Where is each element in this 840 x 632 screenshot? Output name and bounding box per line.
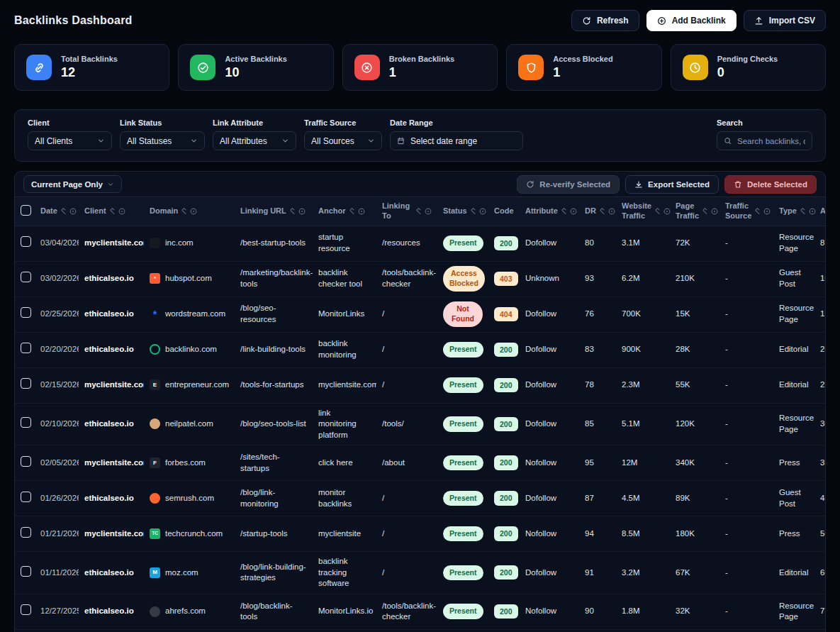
column-header-a[interactable]: A xyxy=(814,197,826,226)
column-header-linking-url[interactable]: Linking URL xyxy=(235,197,313,226)
client-select[interactable]: All Clients xyxy=(28,131,112,150)
row-checkbox[interactable] xyxy=(21,527,31,538)
cell-traffic-source: - xyxy=(719,226,773,261)
column-filter-icon[interactable] xyxy=(479,208,486,215)
cell-date: 02/05/2026 xyxy=(35,445,79,481)
sort-icon[interactable] xyxy=(109,207,116,215)
sort-icon[interactable] xyxy=(702,207,708,215)
cell-code: 200 xyxy=(488,629,520,632)
cell-anchor: startup resource xyxy=(313,226,376,261)
cell-status: Present xyxy=(437,445,488,481)
row-checkbox[interactable] xyxy=(21,566,31,577)
sort-icon[interactable] xyxy=(800,207,806,215)
link-status-select[interactable]: All Statuses xyxy=(120,131,205,150)
column-header-website-traffic[interactable]: Website Traffic xyxy=(616,197,670,226)
code-badge: 200 xyxy=(494,343,518,357)
column-header-linking-to[interactable]: Linking To xyxy=(376,197,437,226)
cell-linking-to: / xyxy=(376,367,437,403)
row-checkbox[interactable] xyxy=(21,307,31,318)
cell-type: Resource Page xyxy=(773,226,814,261)
sort-icon[interactable] xyxy=(349,207,355,215)
cell-age: 30 xyxy=(814,403,826,445)
column-filter-icon[interactable] xyxy=(298,208,306,215)
delete-selected-button[interactable]: Delete Selected xyxy=(724,175,817,194)
column-label: Client xyxy=(84,206,106,216)
sort-icon[interactable] xyxy=(181,207,187,215)
column-filter-icon[interactable] xyxy=(608,208,615,215)
traffic-source-select[interactable]: All Sources xyxy=(304,131,382,150)
link-attribute-select[interactable]: All Attributes xyxy=(213,131,296,150)
row-checkbox[interactable] xyxy=(21,604,31,615)
column-header-domain[interactable]: Domain xyxy=(144,197,235,226)
column-header-type[interactable]: Type xyxy=(773,197,814,226)
cell-status: Present xyxy=(437,594,488,629)
sort-icon[interactable] xyxy=(561,207,567,215)
clock-icon xyxy=(683,55,708,80)
column-filter-icon[interactable] xyxy=(570,208,577,215)
sort-icon[interactable] xyxy=(470,207,476,215)
column-header-anchor[interactable]: Anchor xyxy=(313,197,376,226)
column-header-page-traffic[interactable]: Page Traffic xyxy=(670,197,719,226)
column-label: Code xyxy=(494,206,514,216)
table-row: 01/21/2026 myclientsite.com TCtechcrunch… xyxy=(15,516,826,552)
row-checkbox[interactable] xyxy=(21,236,31,247)
sort-icon[interactable] xyxy=(754,207,761,215)
domain-label: techcrunch.com xyxy=(165,528,223,540)
column-filter-icon[interactable] xyxy=(763,208,771,215)
cell-attribute: Dofollow xyxy=(520,552,579,594)
export-selected-button[interactable]: Export Selected xyxy=(625,175,719,194)
column-header-date[interactable]: Date xyxy=(35,197,79,226)
domain-favicon xyxy=(150,418,160,429)
column-filter-icon[interactable] xyxy=(358,208,365,215)
cell-code: 200 xyxy=(488,552,520,594)
column-filter-icon[interactable] xyxy=(663,208,671,215)
sort-icon[interactable] xyxy=(60,207,67,215)
sort-icon[interactable] xyxy=(415,207,422,215)
add-backlink-label: Add Backlink xyxy=(672,16,726,26)
sort-icon[interactable] xyxy=(599,207,605,215)
column-filter-icon[interactable] xyxy=(809,208,816,215)
column-filter-icon[interactable] xyxy=(425,208,432,215)
scope-dropdown[interactable]: Current Page Only xyxy=(23,175,122,193)
select-all-checkbox[interactable] xyxy=(21,205,31,216)
column-filter-icon[interactable] xyxy=(118,208,125,215)
column-filter-icon[interactable] xyxy=(69,208,77,215)
filters-panel: Client All Clients Link Status All Statu… xyxy=(14,109,826,162)
cell-traffic-source: - xyxy=(719,296,773,332)
add-backlink-button[interactable]: Add Backlink xyxy=(646,10,737,31)
date-range-input[interactable]: Select date range xyxy=(390,131,523,150)
column-filter-icon[interactable] xyxy=(711,208,718,215)
refresh-button[interactable]: Refresh xyxy=(571,10,639,31)
domain-favicon: M xyxy=(150,567,160,578)
code-badge: 200 xyxy=(494,236,518,250)
stat-value: 1 xyxy=(553,65,612,80)
column-header-status[interactable]: Status xyxy=(437,197,488,226)
search-input[interactable] xyxy=(737,137,805,145)
import-csv-button[interactable]: Import CSV xyxy=(744,10,826,31)
cell-date: 01/26/2026 xyxy=(35,481,79,516)
column-header-attribute[interactable]: Attribute xyxy=(520,197,579,226)
cell-traffic-source: - xyxy=(719,367,773,403)
cell-dr: 83 xyxy=(579,332,616,367)
reverify-selected-button[interactable]: Re-verify Selected xyxy=(517,175,620,194)
column-header-dr[interactable]: DR xyxy=(579,197,616,226)
column-label: Linking To xyxy=(382,201,413,221)
cell-status: Not Found xyxy=(437,296,488,332)
cell-date: 02/25/2026 xyxy=(35,296,79,332)
row-checkbox[interactable] xyxy=(21,492,31,502)
column-filter-icon[interactable] xyxy=(190,208,197,215)
sort-icon[interactable] xyxy=(654,207,661,215)
row-checkbox[interactable] xyxy=(21,456,31,467)
code-badge: 200 xyxy=(494,455,518,470)
column-header-traffic-source[interactable]: Traffic Source xyxy=(719,197,773,226)
status-pill: Present xyxy=(443,565,483,581)
cell-domain: Fforbes.com xyxy=(144,445,235,481)
sort-icon[interactable] xyxy=(289,207,296,215)
row-checkbox[interactable] xyxy=(21,378,31,389)
row-checkbox[interactable] xyxy=(21,417,31,428)
row-checkbox[interactable] xyxy=(21,343,31,353)
filter-client: Client All Clients xyxy=(28,118,112,150)
column-header-client[interactable]: Client xyxy=(79,197,144,226)
row-checkbox[interactable] xyxy=(21,272,31,282)
cell-attribute: Dofollow xyxy=(520,226,579,261)
